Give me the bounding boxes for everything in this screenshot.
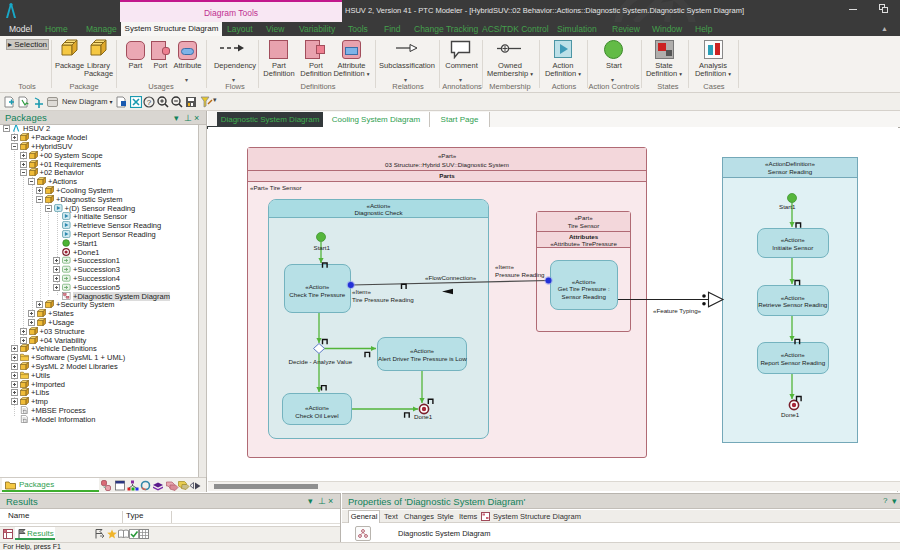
svg-text:?: ? xyxy=(147,98,152,107)
